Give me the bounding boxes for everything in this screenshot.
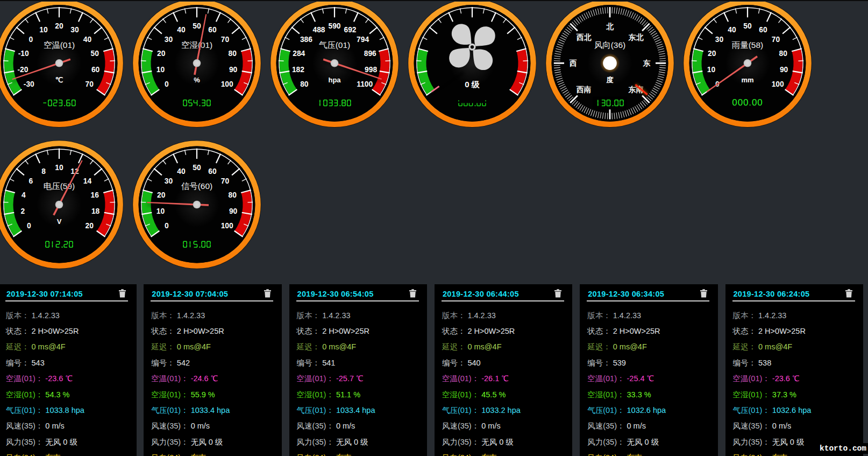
svg-text:488: 488 — [312, 26, 325, 34]
svg-text:℃: ℃ — [55, 75, 63, 83]
svg-text:东: 东 — [643, 59, 651, 67]
svg-text:998: 998 — [365, 66, 377, 74]
svg-text:V: V — [57, 218, 62, 226]
svg-text:80: 80 — [229, 191, 237, 199]
svg-text:80: 80 — [229, 50, 237, 58]
svg-text:16: 16 — [91, 191, 99, 199]
svg-text:风向(36): 风向(36) — [594, 40, 626, 49]
svg-text:信号(60): 信号(60) — [181, 181, 213, 191]
svg-text:794: 794 — [357, 36, 369, 44]
svg-text:30: 30 — [165, 36, 173, 44]
svg-text:0: 0 — [165, 222, 169, 230]
svg-text:0: 0 — [29, 36, 33, 44]
svg-text:60: 60 — [91, 66, 100, 74]
svg-text:30: 30 — [715, 36, 724, 44]
svg-text:70: 70 — [221, 177, 230, 185]
svg-text:60: 60 — [759, 26, 767, 34]
svg-text:60: 60 — [208, 167, 217, 176]
svg-text:10: 10 — [156, 66, 165, 74]
svg-text:30: 30 — [165, 177, 173, 185]
svg-text:100: 100 — [221, 222, 233, 230]
svg-text:70: 70 — [221, 36, 230, 44]
svg-text:182: 182 — [292, 66, 304, 74]
svg-text:40: 40 — [83, 36, 92, 44]
svg-text:西南: 西南 — [577, 85, 592, 93]
svg-text:hpa: hpa — [328, 75, 341, 83]
svg-text:40: 40 — [177, 167, 186, 176]
svg-text:70: 70 — [86, 80, 94, 88]
svg-text:mm: mm — [741, 75, 753, 83]
svg-text:气压(01): 气压(01) — [319, 40, 351, 49]
svg-text:18: 18 — [91, 207, 100, 215]
svg-text:60: 60 — [208, 26, 217, 34]
svg-text:50: 50 — [91, 50, 99, 58]
svg-text:0 级: 0 级 — [465, 79, 480, 88]
svg-text:空温(01): 空温(01) — [44, 40, 75, 49]
svg-text:40: 40 — [728, 26, 736, 34]
svg-text:4: 4 — [22, 191, 26, 199]
svg-text:北: 北 — [606, 22, 614, 30]
svg-text:90: 90 — [229, 207, 238, 215]
svg-text:590: 590 — [328, 22, 340, 30]
svg-text:20: 20 — [86, 222, 94, 230]
svg-text:284: 284 — [293, 50, 305, 58]
svg-text:-30: -30 — [24, 80, 34, 88]
svg-text:50: 50 — [743, 22, 752, 30]
svg-text:东北: 东北 — [628, 33, 644, 41]
svg-text:000.00: 000.00 — [732, 97, 763, 107]
svg-text:空湿(01): 空湿(01) — [181, 40, 213, 49]
svg-text:100: 100 — [772, 80, 784, 88]
svg-text:80: 80 — [300, 80, 309, 88]
svg-text:50: 50 — [193, 164, 201, 172]
svg-text:70: 70 — [772, 36, 780, 44]
svg-text:10: 10 — [55, 164, 63, 172]
svg-text:20: 20 — [157, 50, 166, 58]
svg-text:10: 10 — [156, 207, 165, 215]
svg-text:386: 386 — [300, 36, 312, 44]
svg-text:80: 80 — [779, 50, 788, 58]
svg-text:1100: 1100 — [357, 80, 373, 88]
svg-text:度: 度 — [606, 75, 614, 83]
svg-text:20: 20 — [157, 191, 166, 199]
svg-text:10: 10 — [707, 66, 716, 74]
svg-text:-10: -10 — [18, 50, 29, 58]
svg-text:6: 6 — [29, 177, 33, 185]
svg-text:-20: -20 — [17, 66, 28, 74]
svg-text:20: 20 — [55, 22, 63, 30]
svg-text:14: 14 — [83, 177, 92, 185]
svg-text:10: 10 — [39, 26, 48, 34]
svg-text:西: 西 — [570, 59, 577, 67]
svg-text:0: 0 — [165, 80, 169, 88]
svg-text:50: 50 — [193, 22, 201, 30]
svg-text:90: 90 — [780, 66, 788, 74]
svg-text:%: % — [194, 75, 200, 83]
svg-text:896: 896 — [364, 50, 376, 58]
svg-text:雨量(58): 雨量(58) — [732, 40, 764, 49]
svg-text:40: 40 — [177, 26, 186, 34]
svg-text:20: 20 — [708, 50, 716, 58]
svg-text:30: 30 — [70, 26, 79, 34]
svg-text:2: 2 — [21, 207, 25, 215]
svg-text:西北: 西北 — [577, 33, 592, 41]
svg-text:100: 100 — [221, 80, 233, 88]
svg-text:0: 0 — [27, 222, 31, 230]
svg-text:90: 90 — [229, 66, 238, 74]
svg-text:8: 8 — [41, 167, 46, 176]
svg-text:692: 692 — [344, 26, 356, 34]
